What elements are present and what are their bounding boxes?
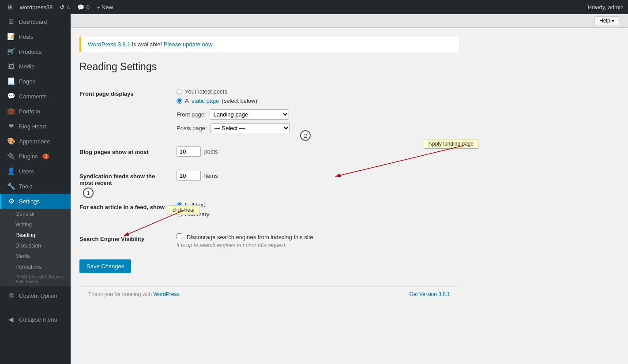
appearance-icon: 🎨	[7, 137, 15, 145]
settings-submenu: General Writing Reading Discussion Media…	[0, 209, 71, 286]
sidebar-item-users[interactable]: 👤 Users	[0, 164, 71, 179]
syndication-label: Syndication feeds show the most recent	[79, 164, 172, 195]
page-title: Reading Settings	[79, 61, 459, 73]
media-icon: 🖼	[7, 63, 15, 70]
radio-latest-posts-input[interactable]	[177, 89, 182, 94]
new-content-link[interactable]: + New	[93, 4, 117, 11]
sidebar-item-products[interactable]: 🛒 Products	[0, 44, 71, 59]
portfolio-icon: 💼	[7, 107, 15, 115]
sidebar-item-settings[interactable]: ⚙ Settings	[0, 194, 71, 209]
sidebar-item-portfolio[interactable]: 💼 Portfolio	[0, 104, 71, 119]
heart-icon: ❤	[7, 122, 15, 130]
posts-page-select[interactable]: — Select —	[211, 123, 290, 133]
submenu-media[interactable]: Media	[0, 251, 71, 262]
comments-link[interactable]: 💬 0	[74, 4, 93, 11]
feed-article-label: For each article in a feed, show	[79, 195, 172, 227]
site-name[interactable]: wordpress38	[16, 4, 56, 11]
sidebar-item-appearance[interactable]: 🎨 Appearance	[0, 134, 71, 149]
submenu-general[interactable]: General	[0, 209, 71, 219]
settings-table: Front page displays Your latest posts A	[79, 82, 459, 255]
admin-sidebar: ⊞ Dashboard 📝 Posts 🛒 Products 🖼 Media 📃	[0, 14, 71, 364]
radio-summary: Summary	[177, 211, 455, 218]
howdy-text: Howdy, admin	[588, 4, 624, 11]
blog-pages-row: Blog pages show at most posts	[79, 140, 459, 164]
radio-latest-posts: Your latest posts	[177, 88, 455, 95]
sidebar-item-media[interactable]: 🖼 Media	[0, 59, 71, 74]
page-body: WordPress 3.8.1 is available! Please upd…	[71, 28, 468, 311]
blog-pages-input[interactable]	[177, 146, 201, 157]
users-icon: 👤	[7, 167, 15, 175]
radio-static-page: A static page (select below)	[177, 98, 455, 104]
posts-page-select-row: Posts page: — Select —	[177, 123, 455, 133]
submenu-snapi[interactable]: [SNAP] Social Networks Auto Poster	[0, 272, 71, 286]
submit-row: Save Changes	[79, 255, 459, 273]
sidebar-collapse-menu[interactable]: ◀ Collapse menu	[0, 312, 71, 327]
plugins-badge: 3	[42, 154, 49, 159]
posts-icon: 📝	[7, 33, 15, 41]
syndication-row: Syndication feeds show the most recent i…	[79, 164, 459, 195]
wordpress-link[interactable]: WordPress	[153, 291, 179, 297]
radio-static-page-input[interactable]	[177, 98, 182, 104]
help-bar: Help ▾	[71, 14, 628, 28]
admin-bar: ⊞ wordpress38 ↺ 4 💬 0 + New Howdy, admin	[0, 0, 628, 14]
updates-count[interactable]: ↺ 4	[56, 4, 73, 11]
page-footer: Thank you for creating with WordPress. G…	[79, 286, 459, 302]
pages-icon: 📃	[7, 77, 15, 85]
update-now-link[interactable]: Please update now	[164, 41, 212, 48]
footer-thanks: Thank you for creating with WordPress.	[88, 291, 181, 297]
wp-logo-icon[interactable]: ⊞	[4, 4, 16, 11]
sidebar-item-blogheart[interactable]: ❤ Blog Heart	[0, 119, 71, 134]
update-notice: WordPress 3.8.1 is available! Please upd…	[79, 37, 459, 52]
collapse-icon: ◀	[7, 315, 15, 323]
reading-settings-form: Front page displays Your latest posts A	[79, 82, 459, 273]
radio-full-text-input[interactable]	[177, 202, 182, 208]
tools-icon: 🔧	[7, 182, 15, 190]
sidebar-item-dashboard[interactable]: ⊞ Dashboard	[0, 14, 71, 29]
posts-page-field-label: Posts page:	[177, 125, 207, 131]
search-visibility-checkbox[interactable]	[177, 233, 182, 239]
radio-full-text: Full text	[177, 202, 455, 208]
front-page-field-label: Front page:	[177, 111, 206, 118]
radio-summary-input[interactable]	[177, 211, 182, 217]
wp-version-link[interactable]: WordPress 3.8.1	[88, 41, 131, 48]
feed-article-row: For each article in a feed, show Full te…	[79, 195, 459, 227]
main-content: Help ▾ WordPress 3.8.1 is available! Ple…	[71, 14, 628, 364]
comments-icon: 💬	[7, 92, 15, 100]
plugins-icon: 🔌	[7, 152, 15, 160]
search-visibility-row: Search Engine Visibility Discourage sear…	[79, 227, 459, 255]
annotation-circle-1: 1	[83, 188, 94, 198]
static-page-link[interactable]: static page	[192, 98, 219, 104]
sidebar-item-plugins[interactable]: 🔌 Plugins 3	[0, 149, 71, 164]
submenu-writing[interactable]: Writing	[0, 219, 71, 230]
sidebar-item-tools[interactable]: 🔧 Tools	[0, 179, 71, 194]
annotation-circle-2: 2	[300, 130, 311, 141]
sidebar-item-posts[interactable]: 📝 Posts	[0, 29, 71, 44]
front-page-select-row: Front page: Landing page	[177, 109, 455, 120]
custom-option-icon: ⚙	[7, 292, 15, 300]
submenu-discussion[interactable]: Discussion	[0, 240, 71, 251]
sidebar-item-pages[interactable]: 📃 Pages	[0, 74, 71, 89]
products-icon: 🛒	[7, 48, 15, 56]
submenu-reading[interactable]: Reading	[0, 230, 71, 240]
front-page-select[interactable]: Landing page	[210, 109, 289, 120]
syndication-input[interactable]	[177, 171, 201, 181]
front-page-row: Front page displays Your latest posts A	[79, 82, 459, 140]
save-changes-button[interactable]: Save Changes	[79, 259, 131, 273]
search-visibility-label: Search Engine Visibility	[79, 227, 172, 255]
front-page-label: Front page displays	[79, 82, 172, 140]
settings-icon: ⚙	[7, 197, 15, 205]
version-link[interactable]: Get Version 3.8.1	[409, 291, 450, 297]
dashboard-icon: ⊞	[7, 18, 15, 26]
help-button[interactable]: Help ▾	[594, 16, 619, 25]
sidebar-item-custom-option[interactable]: ⚙ Custom Option	[0, 288, 71, 303]
search-visibility-checkbox-label: Discourage search engines from indexing …	[177, 234, 313, 240]
search-visibility-hint: It is up to search engines to honor this…	[177, 242, 455, 248]
blog-pages-label: Blog pages show at most	[79, 140, 172, 164]
sidebar-item-comments[interactable]: 💬 Comments	[0, 89, 71, 104]
submenu-permalinks[interactable]: Permalinks	[0, 262, 71, 272]
